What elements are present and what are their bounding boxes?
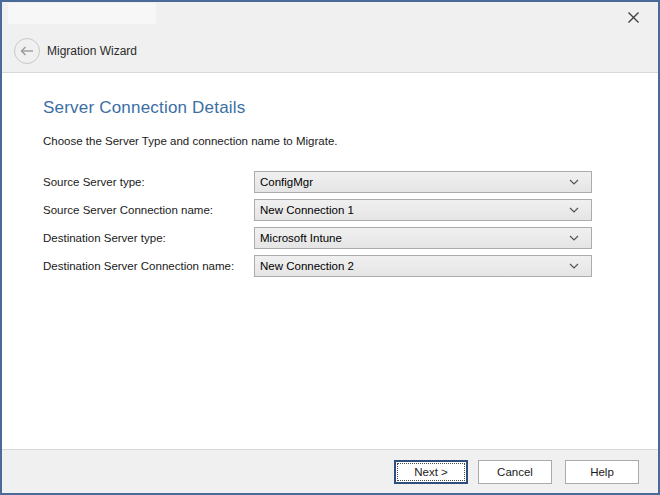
source-server-type-value: ConfigMgr xyxy=(260,176,569,188)
form-row-source-server-type: Source Server type: ConfigMgr xyxy=(43,171,658,193)
chevron-down-icon xyxy=(569,207,579,213)
destination-connection-name-dropdown[interactable]: New Connection 2 xyxy=(254,255,592,277)
chevron-down-icon xyxy=(569,235,579,241)
form-row-destination-connection-name: Destination Server Connection name: New … xyxy=(43,255,658,277)
wizard-title: Migration Wizard xyxy=(47,44,137,58)
source-connection-name-label: Source Server Connection name: xyxy=(43,204,254,216)
destination-connection-name-value: New Connection 2 xyxy=(260,260,569,272)
page-content: Server Connection Details Choose the Ser… xyxy=(2,73,658,449)
close-icon xyxy=(627,11,640,24)
destination-server-type-dropdown[interactable]: Microsoft Intune xyxy=(254,227,592,249)
window-chrome: Migration Wizard xyxy=(2,2,658,73)
wizard-header: Migration Wizard xyxy=(2,29,658,73)
cancel-button[interactable]: Cancel xyxy=(478,460,552,484)
connection-form: Source Server type: ConfigMgr Source Ser… xyxy=(43,171,658,277)
help-button[interactable]: Help xyxy=(565,460,639,484)
source-server-type-label: Source Server type: xyxy=(43,176,254,188)
button-bar: Next > Cancel Help xyxy=(2,449,658,493)
migration-wizard-window: Migration Wizard Server Connection Detai… xyxy=(0,0,660,495)
titlebar-highlight xyxy=(8,3,156,24)
source-connection-name-value: New Connection 1 xyxy=(260,204,569,216)
page-title: Server Connection Details xyxy=(43,98,658,118)
form-row-source-connection-name: Source Server Connection name: New Conne… xyxy=(43,199,658,221)
close-button[interactable] xyxy=(624,8,642,26)
back-arrow-icon xyxy=(20,46,34,56)
chevron-down-icon xyxy=(569,179,579,185)
titlebar xyxy=(2,2,658,29)
source-server-type-dropdown[interactable]: ConfigMgr xyxy=(254,171,592,193)
next-button[interactable]: Next > xyxy=(394,460,468,484)
instruction-text: Choose the Server Type and connection na… xyxy=(43,135,658,147)
form-row-destination-server-type: Destination Server type: Microsoft Intun… xyxy=(43,227,658,249)
source-connection-name-dropdown[interactable]: New Connection 1 xyxy=(254,199,592,221)
destination-connection-name-label: Destination Server Connection name: xyxy=(43,260,254,272)
destination-server-type-value: Microsoft Intune xyxy=(260,232,569,244)
chevron-down-icon xyxy=(569,263,579,269)
destination-server-type-label: Destination Server type: xyxy=(43,232,254,244)
back-button[interactable] xyxy=(14,38,40,64)
